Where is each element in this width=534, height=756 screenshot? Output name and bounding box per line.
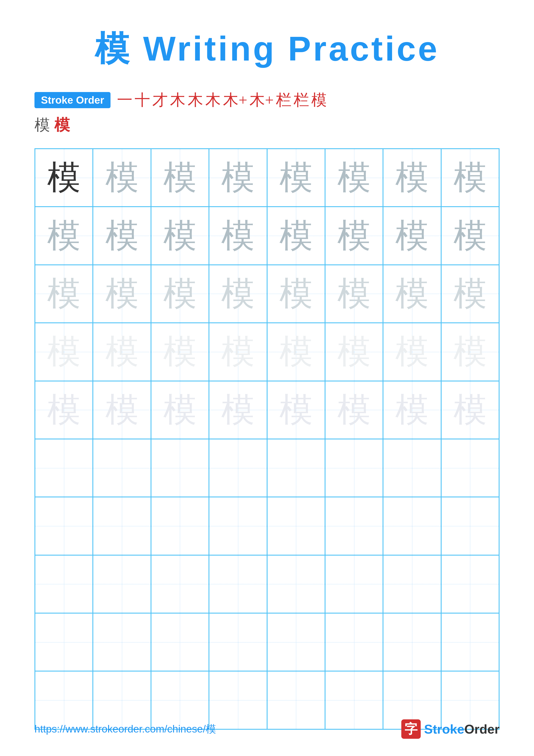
grid-cell[interactable]: 模 [267,381,325,439]
grid-cell[interactable]: 模 [209,207,267,265]
grid-cell[interactable] [325,555,383,613]
grid-cell[interactable] [35,497,93,555]
grid-cell[interactable] [151,497,209,555]
footer-logo-text: StrokeOrder [424,722,499,737]
footer-logo-icon: 字 [401,719,421,739]
grid-cell[interactable] [209,497,267,555]
grid-cell[interactable]: 模 [93,265,151,323]
grid-cell[interactable] [35,439,93,497]
grid-cell[interactable] [93,497,151,555]
practice-char: 模 [105,213,139,258]
grid-cell[interactable]: 模 [35,207,93,265]
grid-cell[interactable]: 模 [383,207,441,265]
grid-cell[interactable]: 模 [151,149,209,207]
grid-cell[interactable] [325,497,383,555]
grid-cell[interactable] [151,555,209,613]
practice-char: 模 [395,271,429,316]
practice-char: 模 [337,329,371,374]
grid-cell[interactable] [441,439,499,497]
grid-cell[interactable] [151,613,209,671]
grid-cell[interactable] [35,613,93,671]
grid-cell[interactable]: 模 [441,265,499,323]
grid-cell[interactable] [383,497,441,555]
grid-cell[interactable]: 模 [325,149,383,207]
grid-cell[interactable] [267,439,325,497]
grid-cell[interactable]: 模 [267,207,325,265]
grid-cell[interactable]: 模 [325,323,383,381]
grid-cell[interactable]: 模 [93,323,151,381]
grid-cell[interactable]: 模 [441,381,499,439]
grid-cell[interactable]: 模 [267,323,325,381]
grid-cell[interactable]: 模 [35,149,93,207]
grid-cell[interactable] [93,613,151,671]
grid-cell[interactable]: 模 [209,265,267,323]
grid-cell[interactable] [441,555,499,613]
grid-cell[interactable]: 模 [209,381,267,439]
stroke-char-8: 木+ [249,90,274,110]
grid-cell[interactable]: 模 [267,265,325,323]
grid-cell[interactable]: 模 [441,207,499,265]
grid-cell[interactable]: 模 [441,149,499,207]
practice-char: 模 [395,213,429,258]
grid-cell[interactable]: 模 [151,323,209,381]
practice-char: 模 [163,271,197,316]
grid-cell[interactable] [267,555,325,613]
grid-cell[interactable] [209,613,267,671]
grid-cell[interactable]: 模 [93,149,151,207]
grid-cell[interactable]: 模 [383,265,441,323]
grid-cell[interactable]: 模 [441,323,499,381]
practice-char: 模 [221,213,255,258]
practice-char: 模 [221,271,255,316]
grid-cell[interactable]: 模 [325,381,383,439]
grid-cell[interactable] [35,555,93,613]
stroke-char-4: 木 [170,90,186,110]
grid-cell[interactable]: 模 [35,265,93,323]
stroke-char-11: 模 [311,90,327,110]
practice-char: 模 [279,329,313,374]
practice-char: 模 [105,271,139,316]
grid-cell[interactable] [93,555,151,613]
stroke-char-r2-2: 模 [54,115,70,135]
grid-cell[interactable] [209,555,267,613]
grid-cell[interactable] [267,497,325,555]
practice-char: 模 [105,388,139,433]
grid-cell[interactable]: 模 [383,381,441,439]
grid-row-6 [35,439,499,497]
grid-cell[interactable]: 模 [383,149,441,207]
grid-cell[interactable]: 模 [209,149,267,207]
grid-cell[interactable]: 模 [35,323,93,381]
practice-char: 模 [395,388,429,433]
grid-cell[interactable]: 模 [151,265,209,323]
grid-cell[interactable] [383,613,441,671]
grid-cell[interactable] [383,555,441,613]
grid-cell[interactable] [209,439,267,497]
grid-cell[interactable]: 模 [383,323,441,381]
stroke-char-r2-1: 模 [35,115,50,135]
practice-char: 模 [453,329,487,374]
stroke-char-9: 栏 [276,90,292,110]
practice-char: 模 [163,155,197,200]
grid-cell[interactable]: 模 [325,265,383,323]
grid-cell[interactable] [325,613,383,671]
grid-cell[interactable] [267,613,325,671]
grid-cell[interactable]: 模 [325,207,383,265]
grid-cell[interactable]: 模 [93,207,151,265]
practice-char: 模 [105,155,139,200]
grid-cell[interactable]: 模 [151,207,209,265]
footer-url[interactable]: https://www.strokeorder.com/chinese/模 [35,722,216,736]
grid-cell[interactable] [441,497,499,555]
grid-cell[interactable]: 模 [151,381,209,439]
grid-cell[interactable]: 模 [35,381,93,439]
grid-cell[interactable] [441,613,499,671]
grid-cell[interactable] [151,439,209,497]
grid-cell[interactable]: 模 [209,323,267,381]
stroke-char-3: 才 [152,90,168,110]
practice-grid: 模 模 模 模 模 模 模 模 [35,148,499,730]
grid-cell[interactable] [93,439,151,497]
practice-char: 模 [221,329,255,374]
grid-cell[interactable] [325,439,383,497]
grid-cell[interactable] [383,439,441,497]
grid-cell[interactable]: 模 [93,381,151,439]
practice-char: 模 [47,388,81,433]
grid-cell[interactable]: 模 [267,149,325,207]
